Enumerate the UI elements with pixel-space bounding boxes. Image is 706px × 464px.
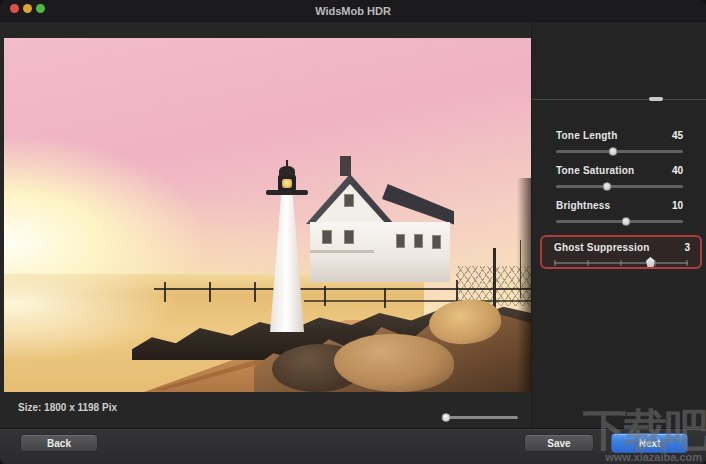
titlebar: WidsMob HDR — [0, 0, 706, 22]
photo-house-chimney — [340, 156, 351, 176]
window-title: WidsMob HDR — [0, 0, 706, 22]
photo-house-window — [344, 230, 354, 244]
ghost-suppression-label: Ghost Suppression — [554, 242, 650, 253]
photo-house-window — [344, 194, 354, 207]
zoom-slider-thumb[interactable] — [442, 413, 451, 422]
save-button[interactable]: Save — [524, 434, 594, 452]
brightness-slider-thumb[interactable] — [621, 217, 630, 226]
photo-lighthouse-dome — [279, 166, 295, 176]
photo-fence-post — [384, 288, 386, 308]
brightness-slider[interactable] — [556, 220, 683, 223]
tone-length-slider[interactable] — [556, 150, 683, 153]
tone-saturation-slider[interactable] — [556, 185, 683, 188]
adjustments-panel: Tone Length 45 Tone Saturation 40 Bright… — [531, 22, 706, 428]
tone-saturation-slider-thumb[interactable] — [602, 182, 611, 191]
next-button[interactable]: Next — [611, 433, 688, 453]
tone-length-label: Tone Length — [556, 130, 617, 141]
photo-house-window — [322, 230, 332, 244]
slider-tick — [621, 260, 622, 266]
ghost-suppression-slider-thumb[interactable] — [646, 257, 655, 267]
slider-tick — [555, 260, 556, 266]
ghost-suppression-highlight-box: Ghost Suppression 3 — [540, 235, 702, 269]
tone-saturation-value: 40 — [672, 165, 683, 176]
panel-top-slider-thumb[interactable] — [649, 97, 663, 101]
photo-house-window — [414, 234, 423, 248]
tone-length-slider-thumb[interactable] — [609, 147, 618, 156]
photo-fence-post — [164, 282, 166, 302]
photo-fence-post — [324, 286, 326, 306]
photo-edge-shadow — [517, 178, 531, 392]
tone-length-value: 45 — [672, 130, 683, 141]
zoom-slider[interactable] — [443, 416, 518, 419]
photo-fence-post — [209, 282, 211, 302]
ghost-suppression-value: 3 — [684, 242, 690, 253]
slider-group-tone-length: Tone Length 45 — [556, 129, 683, 153]
brightness-label: Brightness — [556, 200, 610, 211]
slider-group-tone-saturation: Tone Saturation 40 — [556, 164, 683, 188]
photo-fence-post — [254, 282, 256, 302]
brightness-value: 10 — [672, 200, 683, 211]
photo-house-window — [396, 234, 405, 248]
photo-preview — [4, 38, 531, 392]
footer-bar — [0, 428, 706, 464]
photo-lighthouse-finial — [286, 160, 288, 167]
ghost-suppression-slider[interactable] — [554, 262, 688, 264]
photo-lighthouse-light — [282, 179, 292, 188]
photo-house-porch — [310, 250, 374, 253]
tone-saturation-label: Tone Saturation — [556, 165, 634, 176]
slider-tick — [686, 260, 687, 266]
back-button[interactable]: Back — [20, 434, 98, 452]
image-size-label: Size: 1800 x 1198 Pix — [18, 402, 117, 413]
app-window: WidsMob HDR — [0, 0, 706, 464]
photo-house-window — [432, 235, 441, 249]
panel-divider — [532, 99, 706, 100]
slider-group-brightness: Brightness 10 — [556, 199, 683, 223]
slider-tick — [587, 260, 588, 266]
